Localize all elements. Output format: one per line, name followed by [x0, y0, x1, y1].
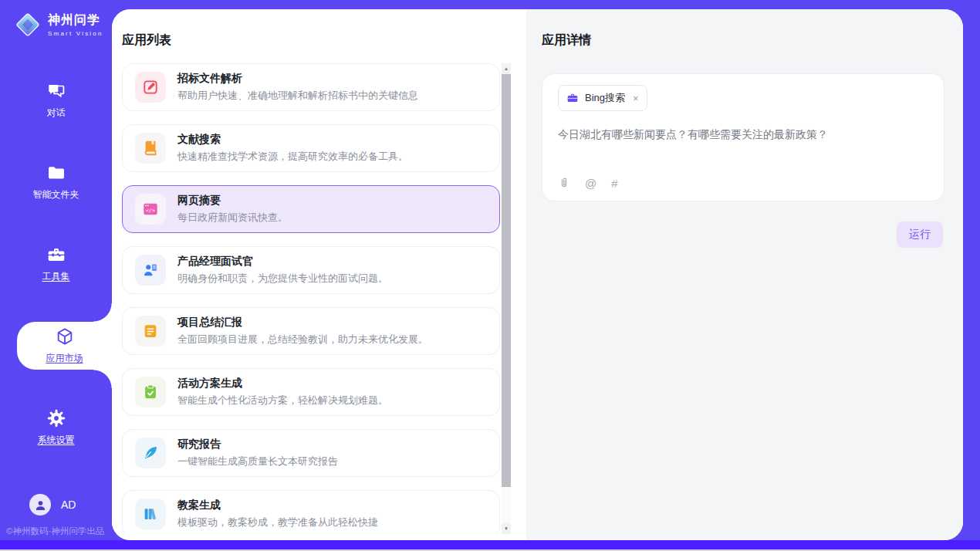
scrollbar-track[interactable]	[502, 74, 511, 523]
app-card-title: 活动方案生成	[177, 377, 388, 390]
prompt-card[interactable]: Bing搜索 × 今日湖北有哪些新闻要点？有哪些需要关注的最新政策？ @ #	[542, 73, 945, 201]
interviewer-icon	[135, 255, 166, 286]
app-card-description: 模板驱动，教案秒成，教学准备从此轻松快捷	[177, 516, 378, 529]
app-card-description: 帮助用户快速、准确地理解和解析招标书中的关键信息	[177, 89, 418, 103]
quill-icon	[135, 438, 166, 468]
app-card-description: 快速精准查找学术资源，提高研究效率的必备工具。	[177, 150, 408, 164]
app-list-title: 应用列表	[112, 9, 526, 49]
app-card-research-report[interactable]: 研究报告一键智能生成高质量长文本研究报告	[122, 429, 500, 477]
app-card-title: 教案生成	[177, 499, 378, 512]
app-card-lesson-plan[interactable]: 教案生成模板驱动，教案秒成，教学准备从此轻松快捷	[122, 490, 500, 534]
logo-diamond-icon	[13, 10, 42, 39]
app-card-title: 网页摘要	[177, 194, 288, 208]
tool-chip-bing-search[interactable]: Bing搜索 ×	[558, 85, 647, 111]
toolbox-icon	[46, 245, 66, 265]
brand-subtitle: Smart Vision	[48, 30, 103, 37]
sidebar-item-app-market[interactable]: 应用市场	[17, 322, 112, 370]
app-card-bid-analysis[interactable]: 招标文件解析帮助用户快速、准确地理解和解析招标书中的关键信息	[122, 63, 500, 111]
book-icon	[135, 133, 166, 164]
edit-document-icon	[135, 72, 166, 103]
app-card-title: 项目总结汇报	[177, 316, 428, 330]
run-button[interactable]: 运行	[897, 221, 943, 248]
gear-icon	[46, 408, 66, 428]
app-frame: 神州问学 Smart Vision 对话智能文件夹工具集应用市场系统设置 AD …	[0, 0, 980, 551]
prompt-text[interactable]: 今日湖北有哪些新闻要点？有哪些需要关注的最新政策？	[558, 128, 928, 142]
sidebar-item-toolset[interactable]: 工具集	[0, 240, 112, 288]
sidebar-item-settings[interactable]: 系统设置	[0, 404, 112, 451]
app-card-title: 研究报告	[177, 438, 338, 451]
sidebar-item-label: 工具集	[42, 270, 70, 283]
books-icon	[135, 499, 166, 529]
composer-toolbar: @ #	[558, 176, 618, 190]
app-card-description: 每日政府新闻资讯快查。	[177, 211, 288, 225]
app-card-project-summary[interactable]: 项目总结汇报全面回顾项目进展，总结经验教训，助力未来优化发展。	[122, 307, 500, 355]
clipboard-check-icon	[135, 377, 166, 407]
sidebar-item-label: 对话	[47, 106, 66, 120]
app-list-panel: 应用列表 招标文件解析帮助用户快速、准确地理解和解析招标书中的关键信息文献搜索快…	[112, 9, 526, 540]
tool-chip-label: Bing搜索	[585, 91, 625, 105]
folder-icon	[46, 163, 66, 183]
sidebar-item-label: 智能文件夹	[33, 188, 79, 201]
app-card-literature-search[interactable]: 文献搜索快速精准查找学术资源，提高研究效率的必备工具。	[122, 124, 500, 172]
user-badge[interactable]: AD	[29, 494, 76, 516]
note-icon	[135, 316, 166, 346]
main-content: 应用列表 招标文件解析帮助用户快速、准确地理解和解析招标书中的关键信息文献搜索快…	[112, 9, 963, 540]
sidebar-item-smart-folder[interactable]: 智能文件夹	[0, 158, 112, 206]
app-card-title: 招标文件解析	[177, 72, 418, 86]
scroll-down-icon[interactable]: ▼	[502, 523, 511, 534]
app-card-title: 文献搜索	[177, 133, 408, 147]
sidebar-item-label: 应用市场	[46, 352, 83, 365]
sidebar-item-label: 系统设置	[38, 434, 75, 447]
app-card-description: 明确身份和职责，为您提供专业性的面试问题。	[177, 272, 388, 286]
bottom-bar	[0, 540, 980, 551]
remove-tool-icon[interactable]: ×	[633, 93, 639, 104]
app-card-description: 一键智能生成高质量长文本研究报告	[177, 455, 338, 468]
logo: 神州问学 Smart Vision	[0, 0, 112, 39]
app-card-title: 产品经理面试官	[177, 255, 388, 269]
copyright: ©神州数码·神州问学出品	[6, 526, 104, 537]
webpage-code-icon: </>	[135, 194, 166, 225]
cube-icon	[55, 326, 75, 346]
app-card-webpage-summary[interactable]: </>网页摘要每日政府新闻资讯快查。	[122, 185, 500, 233]
brand-name: 神州问学	[48, 12, 103, 29]
app-card-event-plan[interactable]: 活动方案生成智能生成个性化活动方案，轻松解决规划难题。	[122, 368, 500, 416]
paperclip-icon[interactable]	[558, 176, 570, 190]
person-icon	[34, 499, 47, 512]
avatar[interactable]	[29, 494, 51, 516]
user-initials: AD	[61, 499, 76, 511]
hash-icon[interactable]: #	[611, 177, 617, 190]
app-card-description: 智能生成个性化活动方案，轻松解决规划难题。	[177, 394, 388, 407]
sidebar: 神州问学 Smart Vision 对话智能文件夹工具集应用市场系统设置 AD …	[0, 0, 112, 540]
app-detail-panel: 应用详情 Bing搜索 × 今日湖北有哪些新闻要点？有哪些需要关注的最新政策？	[526, 9, 963, 540]
sidebar-nav: 对话智能文件夹工具集应用市场系统设置	[0, 76, 112, 485]
sidebar-item-chat[interactable]: 对话	[0, 76, 112, 124]
at-icon[interactable]: @	[585, 177, 596, 190]
app-card-description: 全面回顾项目进展，总结经验教训，助力未来优化发展。	[177, 333, 428, 346]
scrollbar[interactable]: ▲ ▼	[502, 63, 511, 534]
chat-icon	[46, 81, 66, 101]
app-detail-title: 应用详情	[526, 9, 963, 49]
svg-text:</>: </>	[146, 208, 155, 214]
briefcase-icon	[566, 92, 579, 104]
scroll-up-icon[interactable]: ▲	[502, 63, 511, 74]
app-card-list: 招标文件解析帮助用户快速、准确地理解和解析招标书中的关键信息文献搜索快速精准查找…	[122, 63, 500, 534]
scrollbar-thumb[interactable]	[502, 74, 511, 487]
app-card-pm-interviewer[interactable]: 产品经理面试官明确身份和职责，为您提供专业性的面试问题。	[122, 246, 500, 294]
